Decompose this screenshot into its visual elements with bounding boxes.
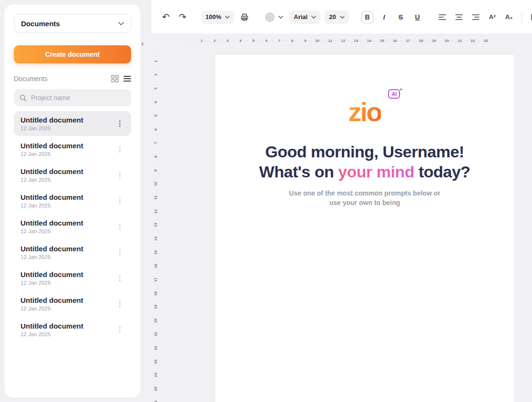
kebab-menu-icon[interactable]: ⋮ [113, 119, 126, 128]
document-title: Untitled document [20, 167, 113, 175]
document-list-item[interactable]: Untitled document 12 Jan 2025 ⋮ [14, 137, 131, 162]
document-title: Untitled document [20, 193, 113, 201]
ai-badge-plus-icon: + [399, 86, 402, 93]
document-list-item[interactable]: Untitled document 12 Jan 2025 ⋮ [14, 111, 131, 136]
document-meta: Untitled document 12 Jan 2025 [20, 245, 113, 260]
kebab-menu-icon[interactable]: ⋮ [113, 274, 126, 282]
collection-dropdown[interactable]: Documents [14, 14, 131, 33]
subscript-button[interactable]: A₂ [503, 11, 515, 23]
align-left-button[interactable] [436, 11, 449, 23]
ruler-number: 9 [152, 160, 159, 174]
undo-button[interactable]: ↶ [160, 11, 172, 23]
search-box [14, 89, 131, 106]
kebab-menu-icon[interactable]: ⋮ [113, 222, 126, 231]
horizontal-ruler: 1234567891011121314151617181920212223 [157, 37, 532, 44]
ruler-number: 23 [152, 351, 159, 365]
document-list-item[interactable]: Untitled document 12 Jan 2025 ⋮ [14, 188, 131, 213]
kebab-menu-icon[interactable]: ⋮ [113, 299, 126, 308]
greeting-line2-suffix: today? [414, 163, 470, 181]
insert-image-button[interactable] [529, 11, 532, 23]
editor-toolbar: ↶ ↷ 100% Arial 20 B I S U A² A₂ [151, 0, 532, 34]
ruler-number: 3 [152, 78, 159, 92]
ruler-number: 20 [436, 37, 449, 44]
greeting-subtitle: Use one of the most common prompts below… [215, 188, 514, 207]
ruler-number: 4 [152, 92, 159, 105]
ruler-number: 24 [152, 365, 159, 379]
ruler-number: 17 [397, 37, 410, 44]
superscript-button[interactable]: A² [486, 11, 499, 23]
underline-button[interactable]: U [411, 11, 424, 23]
ruler-number: 11 [152, 187, 159, 201]
ruler-number: 16 [152, 256, 159, 269]
subtitle-line2: use your own to being [329, 199, 400, 206]
kebab-menu-icon[interactable]: ⋮ [113, 171, 126, 179]
font-family-value: Arial [294, 13, 307, 21]
text-color-dropdown[interactable] [263, 10, 285, 24]
ruler-number: 7 [152, 133, 159, 146]
kebab-menu-icon[interactable]: ⋮ [113, 145, 126, 154]
zoom-dropdown[interactable]: 100% [201, 10, 234, 24]
document-list-item[interactable]: Untitled document 12 Jan 2025 ⋮ [14, 266, 131, 290]
document-date: 12 Jan 2025 [20, 203, 113, 208]
bold-button[interactable]: B [361, 11, 374, 23]
ruler-number: 5 [242, 37, 255, 44]
chevron-down-icon [225, 16, 230, 19]
document-title: Untitled document [20, 270, 113, 278]
document-list-item[interactable]: Untitled document 12 Jan 2025 ⋮ [14, 317, 131, 342]
document-list-item[interactable]: Untitled document 12 Jan 2025 ⋮ [14, 240, 131, 265]
document-meta: Untitled document 12 Jan 2025 [20, 167, 113, 183]
greeting-line2-prefix: What's on [259, 163, 338, 181]
ruler-number: 11 [319, 37, 332, 44]
kebab-menu-icon[interactable]: ⋮ [113, 196, 126, 205]
ruler-number: 18 [152, 283, 159, 297]
ruler-number: 19 [152, 297, 159, 310]
font-size-dropdown[interactable]: 20 [325, 10, 348, 24]
toolbar-separator [522, 11, 522, 23]
ruler-number: 2 [203, 37, 215, 44]
ruler-number: 26 [152, 392, 159, 402]
collapse-sidebar-button[interactable]: ‹ [138, 38, 147, 48]
document-list-item[interactable]: Untitled document 12 Jan 2025 ⋮ [14, 291, 131, 316]
ruler-number: 25 [152, 378, 159, 392]
greeting-heading: Good morning, Username! What's on your m… [215, 142, 514, 182]
ruler-number: 10 [152, 174, 159, 187]
ruler-number: 17 [152, 269, 159, 283]
italic-button[interactable]: I [378, 11, 390, 23]
redo-icon: ↷ [179, 12, 186, 21]
search-input[interactable] [14, 89, 131, 106]
ruler-number: 8 [152, 146, 159, 160]
document-meta: Untitled document 12 Jan 2025 [20, 219, 113, 234]
font-size-value: 20 [329, 13, 336, 21]
redo-button[interactable]: ↷ [176, 11, 189, 23]
ruler-number: 2 [152, 64, 159, 78]
chevron-down-icon [118, 22, 124, 25]
ruler-number: 1 [152, 51, 159, 64]
ruler-number: 3 [215, 37, 228, 44]
color-swatch-icon [265, 12, 275, 22]
document-page[interactable]: zio AI+ Good morning, Username! What's o… [215, 54, 515, 402]
font-family-dropdown[interactable]: Arial [289, 10, 320, 24]
print-button[interactable] [238, 11, 251, 23]
strikethrough-button[interactable]: S [395, 11, 407, 23]
ruler-number: 10 [307, 37, 319, 44]
align-center-button[interactable] [453, 11, 465, 23]
ruler-number: 8 [280, 37, 293, 44]
list-view-icon[interactable] [123, 75, 131, 82]
document-date: 12 Jan 2025 [20, 331, 113, 337]
document-meta: Untitled document 12 Jan 2025 [20, 322, 113, 337]
vertical-ruler: 1234567891011121314151617181920212223242… [152, 50, 159, 402]
document-list-item[interactable]: Untitled document 12 Jan 2025 ⋮ [14, 214, 131, 239]
align-right-button[interactable] [470, 11, 482, 23]
document-meta: Untitled document 12 Jan 2025 [20, 116, 113, 131]
create-document-button[interactable]: Create document [14, 45, 131, 63]
ai-badge-text: AI [391, 91, 397, 97]
grid-view-icon[interactable] [111, 75, 119, 82]
document-list-item[interactable]: Untitled document 12 Jan 2025 ⋮ [14, 163, 131, 187]
document-date: 12 Jan 2025 [20, 177, 113, 183]
document-date: 12 Jan 2025 [20, 280, 113, 286]
undo-icon: ↶ [162, 12, 170, 21]
kebab-menu-icon[interactable]: ⋮ [113, 325, 126, 334]
document-meta: Untitled document 12 Jan 2025 [20, 193, 113, 208]
kebab-menu-icon[interactable]: ⋮ [113, 248, 126, 257]
ruler-number: 19 [423, 37, 436, 44]
